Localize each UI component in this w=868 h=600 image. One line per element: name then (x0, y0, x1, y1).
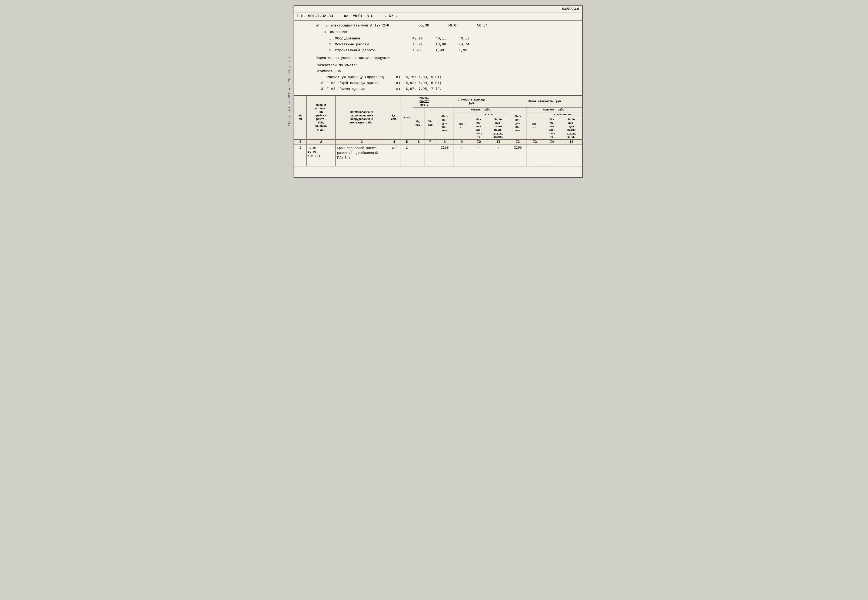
col-header-code: Шифр и№ пози-циипрейску-ранта,УСН,ценник… (307, 95, 336, 140)
colnum-5: 5 (401, 140, 413, 145)
colnum-8: 8 (436, 140, 454, 145)
row-mass-unit (413, 145, 424, 167)
row-qty: I (401, 145, 413, 167)
colnum-11: II (488, 140, 509, 145)
colnum-13: I3 (527, 140, 543, 145)
col-mass-unit: Ед.изм. (413, 108, 424, 140)
motor-label: м) (316, 23, 324, 29)
col-header-num: №№пп (294, 95, 307, 140)
colnum-3: 3 (336, 140, 388, 145)
colnum-1: I (294, 140, 307, 145)
indicators: Показатели по смете: Стоимость на: I. Ра… (316, 62, 577, 92)
numbered-list: I. Оборудование 40,II 40,II 40,II 2. Мон… (329, 36, 577, 53)
page-wrapper: 7ЯМ зм. №3 тир 500 экз. 78. (43 д. е.) 8… (285, 5, 583, 178)
col-total-vtch: в том числе (543, 112, 582, 117)
motor-val2: 56,07 (437, 23, 458, 29)
col-header-qty: К-во (401, 95, 413, 140)
main-table: №№пп Шифр и№ пози-циипрейску-ранта,УСН,ц… (294, 95, 582, 177)
row-total-osnov (543, 145, 561, 167)
doc-number: 8459/44 (294, 6, 582, 12)
header-row: Т.П. 9О1-I-32.83 Ал. УШ/Ш .8 Б - 67 - (294, 12, 582, 21)
row-total-eksp (561, 145, 582, 167)
col-total-montazh-header: Монтажн. работ (527, 108, 582, 112)
col-mass-total: Об-щая (424, 108, 436, 140)
row-montazh-vsego: - (454, 145, 470, 167)
col-header-cost-total: Общая стоимость, руб. (509, 95, 582, 108)
col-total-eksp: Эксп-луа-циямашинв т.ч.з/пл. (561, 117, 582, 140)
row-mass-total (424, 145, 436, 167)
motor-val1: 55,30 (408, 23, 429, 29)
colnum-14: I4 (543, 140, 561, 145)
al-label: Ал. УШ/Ш .8 Б (344, 14, 373, 18)
col-osnov-zarplata: Ос-нов-наязар-пла-та (470, 117, 488, 140)
list-item-2: 2. Монтажные работы I3,2I I3,98 I4,74 (329, 42, 577, 47)
colnum-9: 9 (454, 140, 470, 145)
table-area: №№пп Шифр и№ пози-циипрейску-ранта,УСН,ц… (294, 95, 582, 177)
sub-label: в том числе: (324, 29, 577, 35)
colnum-15: I5 (561, 140, 582, 145)
row-unit: шт (388, 145, 401, 167)
colnum-7: 7 (424, 140, 436, 145)
col-oborud: Обо-ру-до-ва-ния (436, 108, 454, 140)
col-montazh-header: Монтаж. работ (454, 108, 509, 112)
row-num: I (294, 145, 307, 167)
table-row: I Пр-нтI9-06п.2-024 Кран подвесной элект… (294, 145, 582, 167)
col-eksp-mashin: Эксп-луа-тациямашинв т.ч.зарпл. (488, 117, 509, 140)
row-montazh-osnov: - (470, 145, 488, 167)
normative-label: Нормативная условно-чистая продукция (316, 55, 577, 61)
col-total-vsego: Все-го (527, 112, 543, 140)
col-total-osnov: Ос-нов-наязар-пла-та (543, 117, 561, 140)
row-oborud: 2100 (436, 145, 454, 167)
cost-item-1: I. Расчетную единицу (производ. и) 5,75;… (321, 74, 577, 80)
cost-item-3: 3. I м3 объема здания л) 6,97, 7,05; 7,I… (321, 86, 577, 92)
empty-row (294, 167, 582, 177)
main-content: 8459/44 Т.П. 9О1-I-32.83 Ал. УШ/Ш .8 Б -… (294, 5, 583, 178)
motor-row: м) с электродвигателями А I2-42-8 55,30 … (316, 23, 577, 29)
row-total-vsego (527, 145, 543, 167)
sub-section: в том числе: I. Оборудование 40,II 40,II… (324, 29, 577, 53)
list-item-3: 3. Строительные работы I,98 I,98 I,99 (329, 47, 577, 53)
row-name: Кран подвесной элект-рический однобалочн… (336, 145, 388, 167)
column-numbers-row: I 2 3 4 5 6 7 8 9 IO II I2 I3 I4 (294, 140, 582, 145)
page-label: - 67 - (384, 14, 398, 18)
colnum-2: 2 (307, 140, 336, 145)
row-montazh-eksp: - (488, 145, 509, 167)
col-total-oborud: Обо-ру-до-ва-ния (509, 108, 527, 140)
cost-item-2: 2. I м2 общей площади здания к) 5,92; 5,… (321, 80, 577, 86)
row-total-oborud: 2100 (509, 145, 527, 167)
info-section: м) с электродвигателями А I2-42-8 55,30 … (294, 21, 582, 95)
cost-list: I. Расчетную единицу (производ. и) 5,75;… (321, 74, 577, 92)
colnum-12: I2 (509, 140, 527, 145)
side-label: 7ЯМ зм. №3 тир 500 экз. 78. (43 д. е.) (285, 5, 294, 178)
col-header-cost-unit: Стоимость единицы,руб. (436, 95, 509, 108)
col-header-mass: Масса,бруттонетто (413, 95, 436, 108)
colnum-6: 6 (413, 140, 424, 145)
tp-label: Т.П. 9О1-I-32.83 (297, 14, 333, 18)
motor-description: с электродвигателями А I2-42-8 (326, 23, 389, 29)
motor-val3: 56,84 (466, 23, 488, 29)
colnum-4: 4 (388, 140, 401, 145)
list-item-1: I. Оборудование 40,II 40,II 40,II (329, 36, 577, 42)
row-code: Пр-нтI9-06п.2-024 (307, 145, 336, 167)
col-header-name: Наименование ихарактеристикаоборудования… (336, 95, 388, 140)
col-montazh-vtch: в т.ч. (470, 112, 509, 117)
col-montazh-vsego: Все-го (454, 112, 470, 140)
colnum-10: IO (470, 140, 488, 145)
col-header-unit: Ед.изм. (388, 95, 401, 140)
